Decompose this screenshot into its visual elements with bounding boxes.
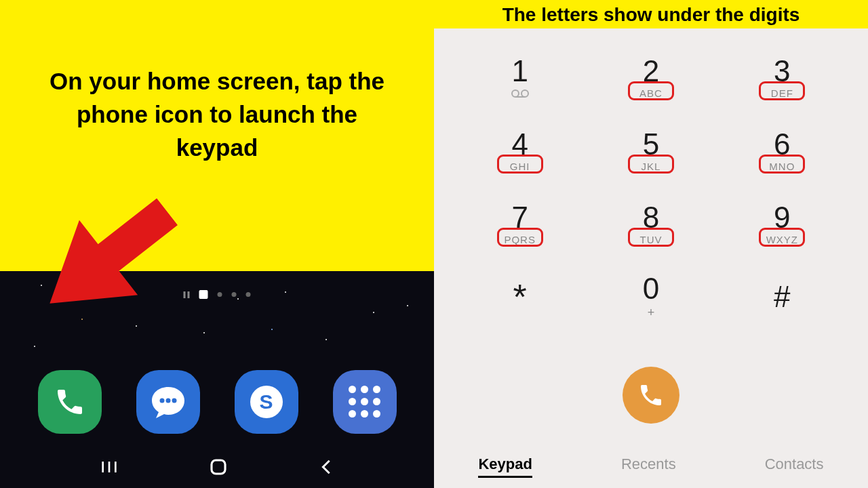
- dialer-screen: 1 2 ABC 3 DEF 4 GHI: [434, 28, 868, 488]
- highlight-box: [628, 228, 674, 247]
- tab-keypad[interactable]: Keypad: [478, 455, 532, 478]
- key-5[interactable]: 5 JKL: [585, 114, 716, 187]
- highlight-box: [497, 228, 543, 247]
- dialer-tabs: Keypad Recents Contacts: [434, 455, 868, 478]
- highlight-box: [759, 228, 805, 247]
- highlight-box: [759, 81, 805, 100]
- key-3[interactable]: 3 DEF: [717, 41, 848, 114]
- key-6[interactable]: 6 MNO: [717, 114, 848, 187]
- svg-point-8: [521, 90, 528, 97]
- plus-sign: +: [648, 306, 655, 320]
- skype-app-icon[interactable]: S: [235, 370, 298, 434]
- svg-point-1: [165, 399, 170, 403]
- key-star[interactable]: *: [454, 260, 585, 333]
- messages-app-icon[interactable]: [136, 370, 200, 434]
- page-indicator: [184, 290, 251, 299]
- tab-recents[interactable]: Recents: [621, 455, 676, 478]
- key-8[interactable]: 8 TUV: [585, 187, 716, 260]
- page-dot: [218, 292, 222, 297]
- svg-point-7: [512, 90, 519, 97]
- key-hash[interactable]: #: [717, 260, 848, 333]
- highlight-box: [497, 155, 543, 174]
- skype-logo: S: [250, 386, 283, 418]
- highlight-box: [628, 155, 674, 174]
- digit: 1: [511, 56, 528, 86]
- page-dot: [232, 292, 237, 297]
- page-dot: [246, 292, 251, 297]
- digit: 0: [643, 274, 659, 304]
- key-4[interactable]: 4 GHI: [454, 114, 585, 187]
- phone-app-icon[interactable]: [38, 370, 102, 434]
- page-apps-icon: [184, 291, 190, 298]
- page-home-icon: [199, 290, 208, 299]
- key-2[interactable]: 2 ABC: [585, 41, 716, 114]
- right-panel: The letters show under the digits 1 2 AB…: [434, 0, 868, 488]
- apps-drawer-icon[interactable]: [333, 370, 397, 434]
- instruction-text: On your home screen, tap the phone icon …: [34, 64, 400, 164]
- call-button[interactable]: [623, 367, 679, 424]
- left-panel: On your home screen, tap the phone icon …: [0, 0, 434, 488]
- key-7[interactable]: 7 PQRS: [454, 187, 585, 260]
- dock: S: [0, 370, 434, 434]
- svg-point-0: [159, 399, 164, 403]
- highlight-box: [759, 155, 805, 174]
- nav-bar: [0, 456, 434, 478]
- svg-point-2: [172, 399, 176, 403]
- voicemail-icon: [511, 89, 530, 98]
- key-0[interactable]: 0 +: [585, 260, 716, 333]
- home-nav-button[interactable]: [208, 456, 229, 478]
- back-nav-button[interactable]: [317, 456, 336, 478]
- explanation-text: The letters show under the digits: [434, 4, 868, 28]
- phone-icon: [637, 382, 665, 409]
- tab-contacts[interactable]: Contacts: [765, 455, 824, 478]
- svg-rect-6: [212, 460, 225, 474]
- highlight-box: [628, 81, 674, 100]
- digit: *: [513, 279, 527, 314]
- recents-nav-button[interactable]: [98, 456, 120, 478]
- digit: #: [774, 282, 790, 312]
- keypad-grid: 1 2 ABC 3 DEF 4 GHI: [434, 28, 868, 333]
- key-1[interactable]: 1: [454, 41, 585, 114]
- key-9[interactable]: 9 WXYZ: [717, 187, 848, 260]
